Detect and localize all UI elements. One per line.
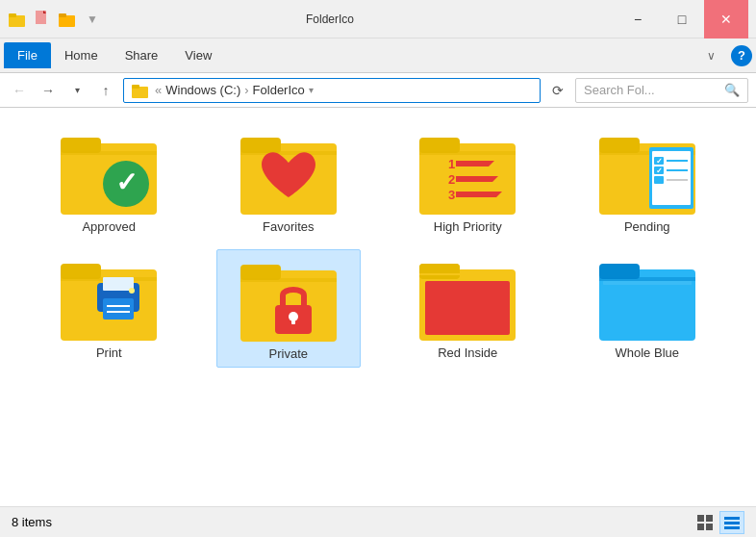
svg-text:✓: ✓ bbox=[656, 157, 663, 166]
svg-rect-65 bbox=[724, 526, 740, 529]
folder-item-red-inside[interactable]: Red Inside bbox=[395, 249, 540, 366]
svg-rect-30 bbox=[654, 176, 664, 184]
svg-rect-53 bbox=[425, 281, 510, 335]
folder-item-whole-blue[interactable]: Whole Blue bbox=[575, 249, 719, 366]
svg-rect-19 bbox=[419, 151, 516, 155]
svg-rect-8 bbox=[132, 85, 139, 89]
view-grid-button[interactable] bbox=[693, 511, 718, 534]
recent-button[interactable]: ▾ bbox=[65, 79, 88, 102]
status-count: 8 items bbox=[12, 515, 52, 529]
folder-item-private[interactable]: Private bbox=[216, 249, 361, 368]
main-content: ✓ Approved Favorites bbox=[0, 108, 756, 506]
tab-file[interactable]: File bbox=[4, 42, 51, 68]
address-bar: ← → ▾ ↑ « Windows (C:) › FolderIco ▾ ⟳ S… bbox=[0, 73, 756, 108]
folder-icon-approved: ✓ bbox=[61, 129, 157, 216]
folder-icon-whole-blue bbox=[599, 255, 695, 342]
svg-text:1: 1 bbox=[448, 157, 455, 171]
svg-text:✓: ✓ bbox=[656, 166, 663, 175]
svg-rect-50 bbox=[291, 317, 295, 324]
path-folder: FolderIco bbox=[253, 83, 305, 97]
address-path[interactable]: « Windows (C:) › FolderIco ▾ bbox=[123, 78, 541, 103]
svg-rect-64 bbox=[724, 522, 740, 524]
svg-rect-24 bbox=[599, 138, 640, 153]
ribbon-tabs: File Home Share View ∨ ? bbox=[0, 38, 756, 73]
svg-rect-58 bbox=[603, 281, 692, 285]
tab-view[interactable]: View bbox=[171, 42, 225, 68]
folder-label-pending: Pending bbox=[624, 219, 670, 234]
svg-rect-18 bbox=[419, 138, 460, 153]
path-breadcrumb: « bbox=[155, 83, 162, 97]
search-placeholder: Search Fol... bbox=[584, 83, 724, 97]
folder-item-high-priority[interactable]: 1 2 3 High Priority bbox=[395, 123, 540, 240]
path-dropdown-icon: ▾ bbox=[309, 85, 314, 95]
title-bar: ▼ FolderIco − □ ✕ bbox=[0, 0, 756, 38]
svg-rect-62 bbox=[706, 524, 713, 530]
folder-label-private: Private bbox=[269, 346, 308, 361]
svg-rect-11 bbox=[61, 151, 157, 155]
folder-label-red-inside: Red Inside bbox=[438, 345, 497, 360]
ribbon-expand-area: ∨ ? bbox=[696, 42, 752, 69]
svg-rect-15 bbox=[240, 138, 281, 153]
status-bar: 8 items bbox=[0, 506, 756, 537]
svg-rect-37 bbox=[61, 264, 101, 279]
folder-icon-red-inside bbox=[419, 255, 516, 342]
svg-rect-1 bbox=[9, 13, 16, 17]
list-view-icon bbox=[724, 515, 740, 530]
folder-icon-favorites bbox=[240, 129, 337, 216]
tab-share[interactable]: Share bbox=[112, 42, 172, 68]
tab-home[interactable]: Home bbox=[51, 42, 112, 68]
view-toggle bbox=[693, 511, 744, 534]
svg-rect-40 bbox=[103, 298, 134, 320]
folder-item-favorites[interactable]: Favorites bbox=[216, 123, 361, 240]
svg-rect-57 bbox=[599, 277, 695, 281]
svg-rect-60 bbox=[706, 515, 713, 522]
svg-rect-10 bbox=[61, 138, 101, 153]
svg-text:2: 2 bbox=[448, 172, 455, 187]
folder-label-high-priority: High Priority bbox=[434, 219, 502, 234]
folder-icon-private bbox=[240, 256, 337, 343]
folder-item-approved[interactable]: ✓ Approved bbox=[37, 123, 181, 240]
window-title: FolderIco bbox=[44, 13, 616, 26]
folder-item-print[interactable]: Print bbox=[37, 249, 181, 366]
refresh-button[interactable]: ⟳ bbox=[546, 79, 569, 102]
window-controls: − □ ✕ bbox=[616, 0, 748, 38]
svg-text:3: 3 bbox=[448, 188, 455, 202]
grid-view-icon bbox=[697, 515, 713, 530]
svg-rect-63 bbox=[724, 517, 740, 520]
svg-rect-59 bbox=[697, 515, 704, 522]
back-button[interactable]: ← bbox=[8, 79, 31, 102]
path-drive: Windows (C:) bbox=[165, 83, 240, 97]
svg-point-44 bbox=[129, 288, 135, 294]
close-button[interactable]: ✕ bbox=[704, 0, 748, 38]
svg-rect-41 bbox=[103, 277, 134, 291]
folder-icon-high-priority: 1 2 3 bbox=[419, 129, 516, 216]
view-list-button[interactable] bbox=[719, 511, 744, 534]
items-grid: ✓ Approved Favorites bbox=[19, 123, 737, 368]
svg-rect-46 bbox=[240, 265, 281, 280]
folder-icon-print bbox=[61, 255, 157, 342]
folder-icon-pending: ✓ ✓ bbox=[599, 129, 695, 216]
folder-icon-small bbox=[8, 10, 27, 29]
svg-rect-61 bbox=[697, 524, 704, 530]
ribbon-help-button[interactable]: ? bbox=[731, 45, 752, 66]
forward-button[interactable]: → bbox=[37, 79, 60, 102]
folder-label-favorites: Favorites bbox=[263, 219, 314, 234]
folder-label-approved: Approved bbox=[82, 219, 136, 234]
svg-rect-47 bbox=[240, 278, 337, 282]
folder-label-whole-blue: Whole Blue bbox=[616, 345, 679, 360]
svg-rect-56 bbox=[599, 264, 640, 279]
svg-text:✓: ✓ bbox=[115, 167, 138, 197]
path-chevron-1: › bbox=[244, 83, 248, 97]
up-button[interactable]: ↑ bbox=[94, 79, 117, 102]
search-icon: 🔍 bbox=[724, 83, 740, 97]
folder-item-pending[interactable]: ✓ ✓ Pending bbox=[575, 123, 719, 240]
search-box[interactable]: Search Fol... 🔍 bbox=[575, 78, 748, 103]
svg-rect-16 bbox=[240, 151, 337, 155]
folder-label-print: Print bbox=[96, 345, 122, 360]
minimize-button[interactable]: − bbox=[616, 0, 660, 38]
ribbon-expand-button[interactable]: ∨ bbox=[696, 42, 725, 69]
maximize-button[interactable]: □ bbox=[660, 0, 704, 38]
